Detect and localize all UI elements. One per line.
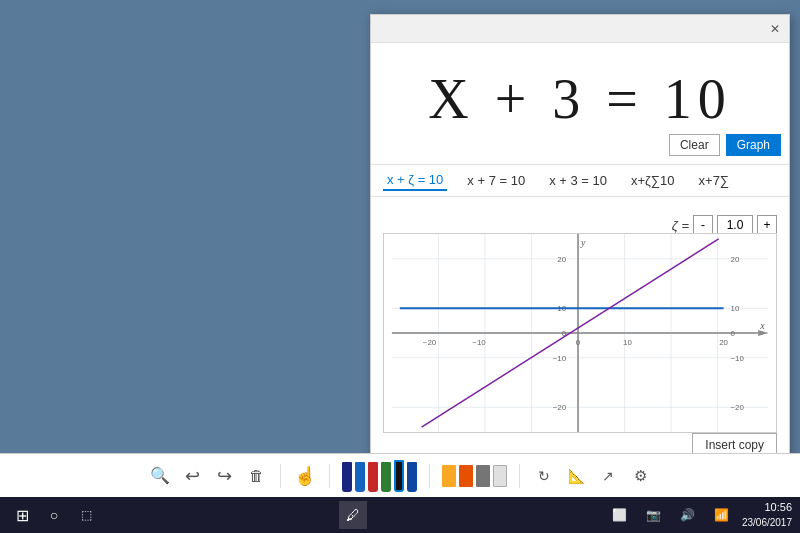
search-tool-icon[interactable]: 🔍 (148, 464, 172, 488)
taskbar-app-1[interactable]: 🖊 (339, 501, 367, 529)
window-titlebar: ✕ (371, 15, 789, 43)
app-window: ✕ X + 3 = 10 Clear Graph x + ζ = 10 x + … (370, 14, 790, 474)
suggestion-0[interactable]: x + ζ = 10 (383, 170, 447, 191)
start-button[interactable]: ⊞ (8, 501, 36, 529)
svg-text:−20: −20 (423, 338, 437, 347)
taskbar-left: ⊞ ○ ⬚ (8, 501, 100, 529)
time-display: 10:56 23/06/2017 (742, 500, 792, 529)
clear-button[interactable]: Clear (669, 134, 720, 156)
ruler-icon[interactable]: 📐 (564, 464, 588, 488)
touch-mode-icon[interactable]: ☝ (293, 464, 317, 488)
pen-green[interactable] (381, 462, 391, 492)
main-content: X + 3 = 10 Clear Graph x + ζ = 10 x + 7 … (371, 43, 789, 473)
zeta-control: ζ = - + (672, 215, 777, 235)
pen-blue[interactable] (355, 462, 365, 492)
taskbar-icon-2[interactable]: 📷 (640, 501, 668, 529)
graph-container: x y −20 −10 0 10 20 20 10 0 (383, 233, 777, 433)
task-view-button[interactable]: ⬚ (72, 501, 100, 529)
svg-text:20: 20 (730, 255, 739, 264)
window-close-button[interactable]: ✕ (765, 19, 785, 39)
zeta-input[interactable] (717, 215, 753, 235)
taskbar: ⊞ ○ ⬚ 🖊 ⬜ 📷 🔊 📶 10:56 23/06/2017 (0, 497, 800, 533)
graph-button[interactable]: Graph (726, 134, 781, 156)
highlighter-yellow[interactable] (442, 465, 456, 487)
svg-text:−10: −10 (553, 354, 567, 363)
svg-text:10: 10 (623, 338, 632, 347)
export-icon[interactable]: ↗ (596, 464, 620, 488)
svg-text:0: 0 (730, 329, 735, 338)
handwriting-area[interactable]: X + 3 = 10 Clear Graph (371, 43, 789, 165)
suggestion-4[interactable]: x+7∑ (695, 171, 734, 190)
pen-dark-blue[interactable] (342, 462, 352, 492)
delete-tool-icon[interactable]: 🗑 (244, 464, 268, 488)
svg-text:−10: −10 (472, 338, 486, 347)
suggestion-3[interactable]: x+ζ∑10 (627, 171, 679, 190)
svg-text:0: 0 (576, 338, 581, 347)
pen-black[interactable] (394, 460, 404, 492)
graph-section: ζ = - + (371, 197, 789, 473)
highlighter-light[interactable] (493, 465, 507, 487)
taskbar-right: ⬜ 📷 🔊 📶 10:56 23/06/2017 (606, 500, 792, 529)
taskbar-icon-1[interactable]: ⬜ (606, 501, 634, 529)
pen-red[interactable] (368, 462, 378, 492)
svg-text:20: 20 (557, 255, 566, 264)
shapes-icon[interactable]: ↻ (532, 464, 556, 488)
separator-3 (429, 464, 430, 488)
taskbar-center: 🖊 (339, 501, 367, 529)
handwritten-equation: X + 3 = 10 (428, 67, 732, 141)
undo-tool-icon[interactable]: ↩ (180, 464, 204, 488)
svg-text:y: y (580, 237, 586, 248)
svg-text:20: 20 (719, 338, 728, 347)
taskbar-icon-3[interactable]: 🔊 (674, 501, 702, 529)
bottom-toolbar: 🔍 ↩ ↪ 🗑 ☝ ↻ 📐 ↗ ⚙ (0, 453, 800, 497)
svg-text:−10: −10 (730, 354, 744, 363)
redo-tool-icon[interactable]: ↪ (212, 464, 236, 488)
action-buttons: Clear Graph (669, 134, 781, 156)
graph-svg: x y −20 −10 0 10 20 20 10 0 (384, 234, 776, 432)
suggestion-2[interactable]: x + 3 = 10 (545, 171, 611, 190)
separator-4 (519, 464, 520, 488)
suggestion-1[interactable]: x + 7 = 10 (463, 171, 529, 190)
suggestions-row: x + ζ = 10 x + 7 = 10 x + 3 = 10 x+ζ∑10 … (371, 165, 789, 197)
search-button[interactable]: ○ (40, 501, 68, 529)
highlighter-orange[interactable] (459, 465, 473, 487)
separator-1 (280, 464, 281, 488)
zeta-label: ζ = (672, 218, 689, 233)
taskbar-network-icon[interactable]: 📶 (708, 501, 736, 529)
clock-time: 10:56 (742, 500, 792, 515)
pen-navy2[interactable] (407, 462, 417, 492)
zeta-plus-button[interactable]: + (757, 215, 777, 235)
svg-text:10: 10 (730, 304, 739, 313)
settings-icon[interactable]: ⚙ (628, 464, 652, 488)
svg-text:−20: −20 (730, 403, 744, 412)
highlighter-gray[interactable] (476, 465, 490, 487)
svg-text:x: x (759, 320, 765, 331)
clock-date: 23/06/2017 (742, 516, 792, 530)
desktop: ✕ X + 3 = 10 Clear Graph x + ζ = 10 x + … (0, 0, 800, 533)
separator-2 (329, 464, 330, 488)
svg-text:−20: −20 (553, 403, 567, 412)
zeta-minus-button[interactable]: - (693, 215, 713, 235)
